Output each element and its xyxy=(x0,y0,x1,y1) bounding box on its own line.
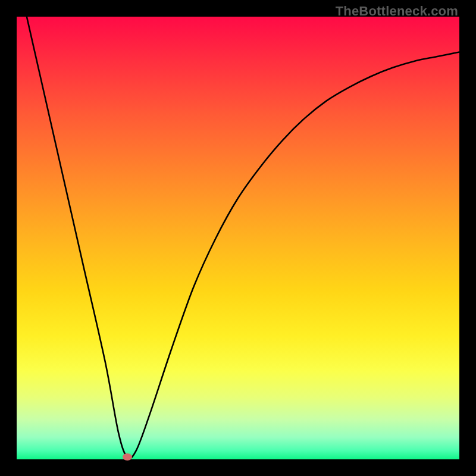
plot-area xyxy=(17,17,459,459)
chart-frame: TheBottleneck.com xyxy=(0,0,476,476)
minimum-marker xyxy=(123,453,132,461)
curve-svg xyxy=(17,17,459,459)
bottleneck-curve xyxy=(17,17,459,458)
